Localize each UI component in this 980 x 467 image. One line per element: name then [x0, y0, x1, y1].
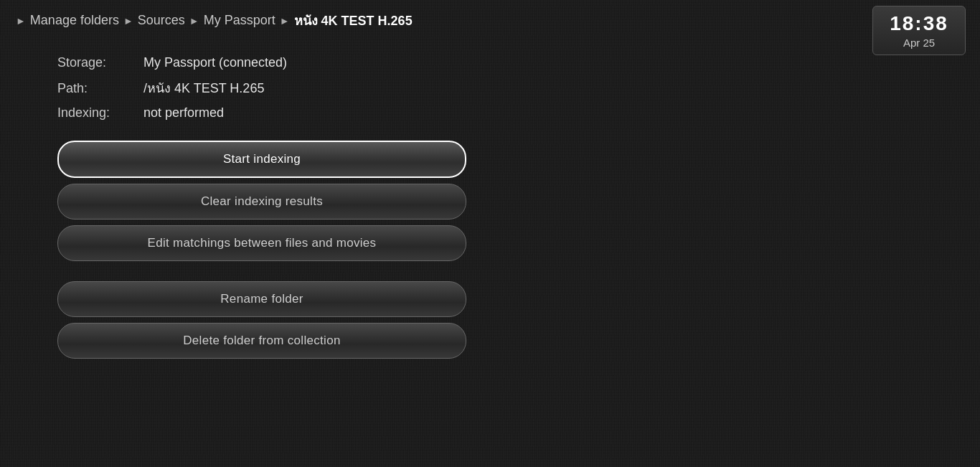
clear-indexing-button[interactable]: Clear indexing results — [57, 184, 466, 220]
breadcrumb-current-folder: หนัง 4K TEST H.265 — [294, 10, 413, 31]
start-indexing-button[interactable]: Start indexing — [57, 141, 466, 178]
delete-folder-button[interactable]: Delete folder from collection — [57, 323, 466, 359]
buttons-section: Start indexing Clear indexing results Ed… — [57, 141, 466, 359]
path-label: Path: — [57, 81, 143, 96]
info-section: Storage: My Passport (connected) Path: /… — [57, 55, 923, 121]
main-content: Storage: My Passport (connected) Path: /… — [0, 41, 980, 373]
rename-folder-button[interactable]: Rename folder — [57, 281, 466, 317]
main-container: ► Manage folders ► Sources ► My Passport… — [0, 0, 980, 467]
storage-value: My Passport (connected) — [143, 55, 287, 70]
indexing-value: not performed — [143, 105, 224, 121]
indexing-row: Indexing: not performed — [57, 105, 923, 121]
path-value: /หนัง 4K TEST H.265 — [143, 77, 264, 98]
clock-time: 18:38 — [887, 12, 951, 35]
breadcrumb-arrow-4: ► — [280, 15, 290, 27]
clock-widget: 18:38 Apr 25 — [872, 6, 966, 55]
breadcrumb-my-passport[interactable]: My Passport — [204, 13, 275, 28]
breadcrumb: ► Manage folders ► Sources ► My Passport… — [0, 0, 980, 41]
breadcrumb-arrow-2: ► — [123, 15, 133, 27]
path-row: Path: /หนัง 4K TEST H.265 — [57, 77, 923, 98]
storage-row: Storage: My Passport (connected) — [57, 55, 923, 70]
storage-label: Storage: — [57, 55, 143, 70]
indexing-label: Indexing: — [57, 105, 143, 121]
clock-date: Apr 25 — [887, 37, 951, 49]
breadcrumb-arrow-1: ► — [16, 15, 26, 27]
breadcrumb-sources[interactable]: Sources — [138, 13, 185, 28]
button-spacer — [57, 267, 466, 275]
edit-matchings-button[interactable]: Edit matchings between files and movies — [57, 225, 466, 261]
breadcrumb-arrow-3: ► — [189, 15, 199, 27]
breadcrumb-manage-folders[interactable]: Manage folders — [30, 13, 119, 28]
